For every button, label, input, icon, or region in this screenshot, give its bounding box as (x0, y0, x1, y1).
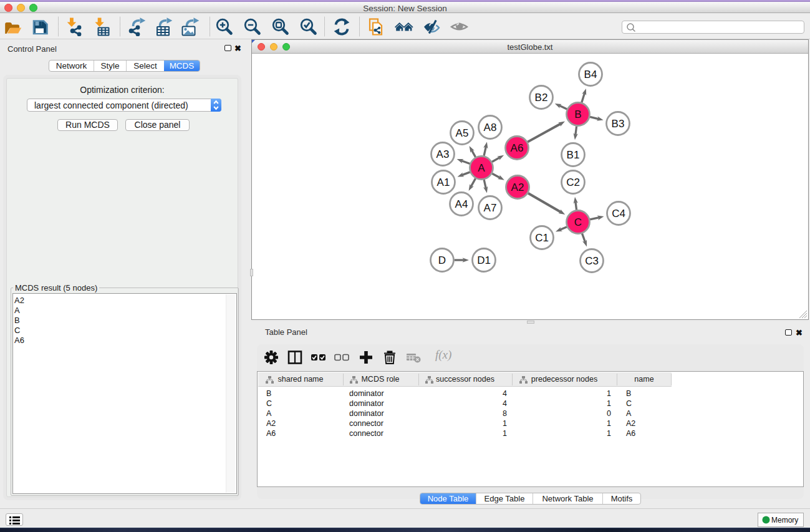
svg-text:A5: A5 (456, 127, 469, 139)
svg-text:C: C (574, 216, 582, 228)
svg-text:A8: A8 (484, 122, 497, 133)
svg-text:B2: B2 (535, 92, 548, 104)
svg-text:C4: C4 (612, 208, 625, 220)
svg-text:B: B (574, 109, 581, 120)
svg-text:B3: B3 (612, 118, 625, 130)
svg-text:D1: D1 (477, 254, 491, 266)
svg-text:A7: A7 (484, 202, 497, 214)
svg-text:C2: C2 (566, 177, 580, 188)
svg-text:C3: C3 (585, 255, 599, 267)
svg-text:A1: A1 (437, 177, 450, 188)
svg-text:B4: B4 (584, 69, 597, 80)
svg-text:C1: C1 (535, 232, 549, 244)
svg-text:A4: A4 (455, 198, 468, 210)
svg-text:B1: B1 (567, 149, 580, 161)
svg-text:A: A (478, 162, 485, 174)
svg-text:A3: A3 (436, 148, 450, 160)
svg-text:A2: A2 (511, 181, 524, 193)
svg-text:D: D (438, 254, 446, 266)
svg-text:A6: A6 (511, 142, 524, 154)
